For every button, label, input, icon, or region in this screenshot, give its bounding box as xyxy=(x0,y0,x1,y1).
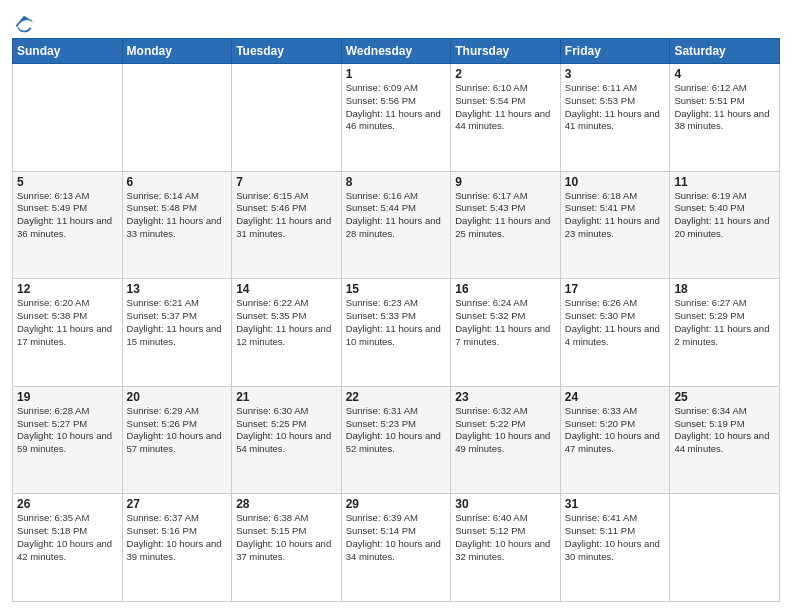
day-cell xyxy=(13,64,123,172)
day-number: 27 xyxy=(127,497,228,511)
day-number: 29 xyxy=(346,497,447,511)
day-number: 23 xyxy=(455,390,556,404)
day-cell: 16Sunrise: 6:24 AM Sunset: 5:32 PM Dayli… xyxy=(451,279,561,387)
day-info: Sunrise: 6:13 AM Sunset: 5:49 PM Dayligh… xyxy=(17,190,118,241)
page: SundayMondayTuesdayWednesdayThursdayFrid… xyxy=(0,0,792,612)
day-number: 13 xyxy=(127,282,228,296)
day-cell: 27Sunrise: 6:37 AM Sunset: 5:16 PM Dayli… xyxy=(122,494,232,602)
day-cell: 19Sunrise: 6:28 AM Sunset: 5:27 PM Dayli… xyxy=(13,386,123,494)
day-info: Sunrise: 6:32 AM Sunset: 5:22 PM Dayligh… xyxy=(455,405,556,456)
day-cell: 6Sunrise: 6:14 AM Sunset: 5:48 PM Daylig… xyxy=(122,171,232,279)
day-info: Sunrise: 6:14 AM Sunset: 5:48 PM Dayligh… xyxy=(127,190,228,241)
day-info: Sunrise: 6:09 AM Sunset: 5:56 PM Dayligh… xyxy=(346,82,447,133)
day-number: 8 xyxy=(346,175,447,189)
day-cell: 24Sunrise: 6:33 AM Sunset: 5:20 PM Dayli… xyxy=(560,386,670,494)
week-row-2: 5Sunrise: 6:13 AM Sunset: 5:49 PM Daylig… xyxy=(13,171,780,279)
day-cell: 5Sunrise: 6:13 AM Sunset: 5:49 PM Daylig… xyxy=(13,171,123,279)
weekday-header-wednesday: Wednesday xyxy=(341,39,451,64)
week-row-4: 19Sunrise: 6:28 AM Sunset: 5:27 PM Dayli… xyxy=(13,386,780,494)
day-cell: 1Sunrise: 6:09 AM Sunset: 5:56 PM Daylig… xyxy=(341,64,451,172)
day-info: Sunrise: 6:19 AM Sunset: 5:40 PM Dayligh… xyxy=(674,190,775,241)
day-info: Sunrise: 6:30 AM Sunset: 5:25 PM Dayligh… xyxy=(236,405,337,456)
day-number: 30 xyxy=(455,497,556,511)
day-info: Sunrise: 6:21 AM Sunset: 5:37 PM Dayligh… xyxy=(127,297,228,348)
week-row-5: 26Sunrise: 6:35 AM Sunset: 5:18 PM Dayli… xyxy=(13,494,780,602)
day-info: Sunrise: 6:24 AM Sunset: 5:32 PM Dayligh… xyxy=(455,297,556,348)
day-info: Sunrise: 6:27 AM Sunset: 5:29 PM Dayligh… xyxy=(674,297,775,348)
weekday-header-monday: Monday xyxy=(122,39,232,64)
day-number: 10 xyxy=(565,175,666,189)
day-info: Sunrise: 6:17 AM Sunset: 5:43 PM Dayligh… xyxy=(455,190,556,241)
weekday-header-sunday: Sunday xyxy=(13,39,123,64)
day-number: 19 xyxy=(17,390,118,404)
day-cell: 9Sunrise: 6:17 AM Sunset: 5:43 PM Daylig… xyxy=(451,171,561,279)
logo xyxy=(12,14,34,30)
day-info: Sunrise: 6:22 AM Sunset: 5:35 PM Dayligh… xyxy=(236,297,337,348)
day-number: 17 xyxy=(565,282,666,296)
day-number: 1 xyxy=(346,67,447,81)
weekday-header-row: SundayMondayTuesdayWednesdayThursdayFrid… xyxy=(13,39,780,64)
day-info: Sunrise: 6:15 AM Sunset: 5:46 PM Dayligh… xyxy=(236,190,337,241)
day-info: Sunrise: 6:31 AM Sunset: 5:23 PM Dayligh… xyxy=(346,405,447,456)
day-number: 12 xyxy=(17,282,118,296)
day-cell: 26Sunrise: 6:35 AM Sunset: 5:18 PM Dayli… xyxy=(13,494,123,602)
day-number: 15 xyxy=(346,282,447,296)
day-number: 31 xyxy=(565,497,666,511)
day-info: Sunrise: 6:26 AM Sunset: 5:30 PM Dayligh… xyxy=(565,297,666,348)
day-cell xyxy=(670,494,780,602)
day-cell: 23Sunrise: 6:32 AM Sunset: 5:22 PM Dayli… xyxy=(451,386,561,494)
day-info: Sunrise: 6:37 AM Sunset: 5:16 PM Dayligh… xyxy=(127,512,228,563)
day-cell: 29Sunrise: 6:39 AM Sunset: 5:14 PM Dayli… xyxy=(341,494,451,602)
day-number: 18 xyxy=(674,282,775,296)
day-cell: 21Sunrise: 6:30 AM Sunset: 5:25 PM Dayli… xyxy=(232,386,342,494)
day-number: 26 xyxy=(17,497,118,511)
day-info: Sunrise: 6:10 AM Sunset: 5:54 PM Dayligh… xyxy=(455,82,556,133)
day-cell: 7Sunrise: 6:15 AM Sunset: 5:46 PM Daylig… xyxy=(232,171,342,279)
day-info: Sunrise: 6:35 AM Sunset: 5:18 PM Dayligh… xyxy=(17,512,118,563)
day-info: Sunrise: 6:23 AM Sunset: 5:33 PM Dayligh… xyxy=(346,297,447,348)
day-number: 16 xyxy=(455,282,556,296)
week-row-3: 12Sunrise: 6:20 AM Sunset: 5:38 PM Dayli… xyxy=(13,279,780,387)
day-info: Sunrise: 6:38 AM Sunset: 5:15 PM Dayligh… xyxy=(236,512,337,563)
day-cell: 25Sunrise: 6:34 AM Sunset: 5:19 PM Dayli… xyxy=(670,386,780,494)
day-cell: 14Sunrise: 6:22 AM Sunset: 5:35 PM Dayli… xyxy=(232,279,342,387)
day-cell: 4Sunrise: 6:12 AM Sunset: 5:51 PM Daylig… xyxy=(670,64,780,172)
day-info: Sunrise: 6:20 AM Sunset: 5:38 PM Dayligh… xyxy=(17,297,118,348)
day-number: 11 xyxy=(674,175,775,189)
day-number: 21 xyxy=(236,390,337,404)
day-number: 25 xyxy=(674,390,775,404)
day-cell: 12Sunrise: 6:20 AM Sunset: 5:38 PM Dayli… xyxy=(13,279,123,387)
header xyxy=(12,10,780,30)
day-info: Sunrise: 6:33 AM Sunset: 5:20 PM Dayligh… xyxy=(565,405,666,456)
day-number: 28 xyxy=(236,497,337,511)
day-number: 22 xyxy=(346,390,447,404)
day-cell: 3Sunrise: 6:11 AM Sunset: 5:53 PM Daylig… xyxy=(560,64,670,172)
day-number: 4 xyxy=(674,67,775,81)
day-info: Sunrise: 6:34 AM Sunset: 5:19 PM Dayligh… xyxy=(674,405,775,456)
logo-icon xyxy=(14,14,34,34)
day-info: Sunrise: 6:28 AM Sunset: 5:27 PM Dayligh… xyxy=(17,405,118,456)
day-cell xyxy=(122,64,232,172)
day-info: Sunrise: 6:40 AM Sunset: 5:12 PM Dayligh… xyxy=(455,512,556,563)
weekday-header-thursday: Thursday xyxy=(451,39,561,64)
day-info: Sunrise: 6:41 AM Sunset: 5:11 PM Dayligh… xyxy=(565,512,666,563)
day-number: 3 xyxy=(565,67,666,81)
day-info: Sunrise: 6:12 AM Sunset: 5:51 PM Dayligh… xyxy=(674,82,775,133)
day-number: 14 xyxy=(236,282,337,296)
day-cell: 15Sunrise: 6:23 AM Sunset: 5:33 PM Dayli… xyxy=(341,279,451,387)
day-cell: 17Sunrise: 6:26 AM Sunset: 5:30 PM Dayli… xyxy=(560,279,670,387)
weekday-header-saturday: Saturday xyxy=(670,39,780,64)
day-number: 5 xyxy=(17,175,118,189)
day-info: Sunrise: 6:16 AM Sunset: 5:44 PM Dayligh… xyxy=(346,190,447,241)
day-cell: 10Sunrise: 6:18 AM Sunset: 5:41 PM Dayli… xyxy=(560,171,670,279)
day-cell xyxy=(232,64,342,172)
weekday-header-friday: Friday xyxy=(560,39,670,64)
day-cell: 11Sunrise: 6:19 AM Sunset: 5:40 PM Dayli… xyxy=(670,171,780,279)
day-number: 6 xyxy=(127,175,228,189)
day-cell: 28Sunrise: 6:38 AM Sunset: 5:15 PM Dayli… xyxy=(232,494,342,602)
day-number: 7 xyxy=(236,175,337,189)
day-number: 2 xyxy=(455,67,556,81)
day-cell: 20Sunrise: 6:29 AM Sunset: 5:26 PM Dayli… xyxy=(122,386,232,494)
day-info: Sunrise: 6:29 AM Sunset: 5:26 PM Dayligh… xyxy=(127,405,228,456)
day-number: 20 xyxy=(127,390,228,404)
